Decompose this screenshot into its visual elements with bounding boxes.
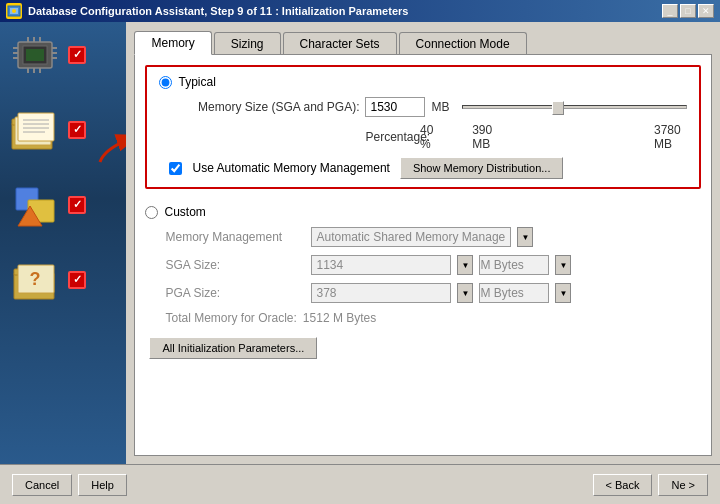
tab-sizing[interactable]: Sizing [214, 32, 281, 55]
tab-character-sets[interactable]: Character Sets [283, 32, 397, 55]
window-controls: _ □ ✕ [662, 4, 714, 18]
memory-unit-label: MB [431, 100, 456, 114]
sga-dropdown-arrow: ▼ [457, 255, 473, 275]
window-title: Database Configuration Assistant, Step 9… [28, 5, 408, 17]
svg-rect-26 [18, 113, 54, 141]
svg-rect-10 [52, 47, 57, 49]
total-label: Total Memory for Oracle: [165, 311, 296, 325]
chip-icon [10, 32, 60, 77]
total-value: 1512 M Bytes [303, 311, 376, 325]
close-button[interactable]: ✕ [698, 4, 714, 18]
pga-unit-dropdown-arrow: ▼ [555, 283, 571, 303]
svg-rect-17 [33, 68, 35, 73]
custom-radio[interactable] [145, 206, 158, 219]
custom-label[interactable]: Custom [164, 205, 205, 219]
footer-left: Cancel Help [12, 474, 127, 496]
percentage-min: 390 MB [472, 123, 500, 151]
sidebar-item-shapes: ✓ [10, 182, 116, 227]
svg-point-2 [12, 9, 16, 13]
check-badge-4: ✓ [68, 271, 86, 289]
memory-slider-track[interactable] [462, 105, 687, 109]
svg-rect-14 [33, 37, 35, 42]
tab-connection-mode[interactable]: Connection Mode [399, 32, 527, 55]
memory-management-dropdown-arrow: ▼ [517, 227, 533, 247]
svg-text:?: ? [30, 269, 41, 289]
app-icon [6, 3, 22, 19]
percentage-label: Percentage: [365, 130, 410, 144]
help-button[interactable]: Help [78, 474, 127, 496]
sidebar-item-folder-q: ? ✓ [10, 257, 116, 302]
memory-management-label: Memory Management [165, 230, 305, 244]
all-init-params-button[interactable]: All Initialization Parameters... [149, 337, 317, 359]
auto-memory-row: Use Automatic Memory Management Show Mem… [159, 157, 687, 179]
init-params-row: All Initialization Parameters... [145, 329, 701, 363]
svg-rect-15 [39, 37, 41, 42]
sga-input [311, 255, 451, 275]
sidebar: ✓ [0, 22, 126, 464]
arrow-indicator [95, 127, 126, 170]
typical-section: Typical Memory Size (SGA and PGA): MB Pe… [145, 65, 701, 189]
total-memory-row: Total Memory for Oracle: 1512 M Bytes [145, 311, 701, 325]
check-badge-3: ✓ [68, 196, 86, 214]
check-badge-2: ✓ [68, 121, 86, 139]
title-bar: Database Configuration Assistant, Step 9… [0, 0, 720, 22]
memory-management-select [311, 227, 511, 247]
folder-q-icon: ? [10, 257, 60, 302]
next-button[interactable]: Ne > [658, 474, 708, 496]
memory-management-row: Memory Management ▼ [145, 227, 701, 247]
sga-unit-select [479, 255, 549, 275]
content-area: Memory Sizing Character Sets Connection … [126, 22, 720, 464]
shapes-icon [10, 182, 60, 227]
footer: Cancel Help < Back Ne > [0, 464, 720, 504]
sidebar-item-chip: ✓ [10, 32, 116, 77]
svg-rect-13 [27, 37, 29, 42]
minimize-button[interactable]: _ [662, 4, 678, 18]
memory-slider-container [462, 99, 687, 115]
svg-rect-12 [52, 57, 57, 59]
memory-size-label: Memory Size (SGA and PGA): [159, 100, 359, 114]
svg-rect-16 [27, 68, 29, 73]
maximize-button[interactable]: □ [680, 4, 696, 18]
percentage-value: 40 % [420, 123, 439, 151]
svg-rect-11 [52, 52, 57, 54]
main-panel: Typical Memory Size (SGA and PGA): MB Pe… [134, 54, 712, 456]
cancel-button[interactable]: Cancel [12, 474, 72, 496]
pga-size-row: PGA Size: ▼ ▼ [145, 283, 701, 303]
memory-size-input[interactable] [365, 97, 425, 117]
percentage-max: 3780 MB [654, 123, 687, 151]
svg-rect-18 [39, 68, 41, 73]
footer-right: < Back Ne > [593, 474, 708, 496]
sga-unit-dropdown-arrow: ▼ [555, 255, 571, 275]
auto-memory-checkbox[interactable] [169, 162, 182, 175]
percentage-row: Percentage: 40 % 390 MB 3780 MB [159, 123, 687, 151]
sga-label: SGA Size: [165, 258, 305, 272]
pga-input [311, 283, 451, 303]
folders-icon [10, 107, 60, 152]
pga-label: PGA Size: [165, 286, 305, 300]
pga-dropdown-arrow: ▼ [457, 283, 473, 303]
auto-memory-label[interactable]: Use Automatic Memory Management [192, 161, 389, 175]
typical-label[interactable]: Typical [178, 75, 215, 89]
svg-rect-7 [13, 47, 18, 49]
custom-radio-row: Custom [145, 205, 701, 219]
sga-size-row: SGA Size: ▼ ▼ [145, 255, 701, 275]
typical-radio-row: Typical [159, 75, 687, 89]
tab-memory[interactable]: Memory [134, 31, 211, 55]
pga-unit-select [479, 283, 549, 303]
custom-section: Custom Memory Management ▼ SGA Size: ▼ ▼… [145, 201, 701, 329]
svg-rect-6 [26, 49, 44, 61]
typical-radio[interactable] [159, 76, 172, 89]
memory-slider-thumb[interactable] [552, 101, 564, 115]
check-badge-1: ✓ [68, 46, 86, 64]
svg-rect-8 [13, 52, 18, 54]
tab-bar: Memory Sizing Character Sets Connection … [134, 30, 712, 54]
show-memory-distribution-button[interactable]: Show Memory Distribution... [400, 157, 564, 179]
memory-size-row: Memory Size (SGA and PGA): MB [159, 97, 687, 117]
svg-rect-9 [13, 57, 18, 59]
back-button[interactable]: < Back [593, 474, 653, 496]
